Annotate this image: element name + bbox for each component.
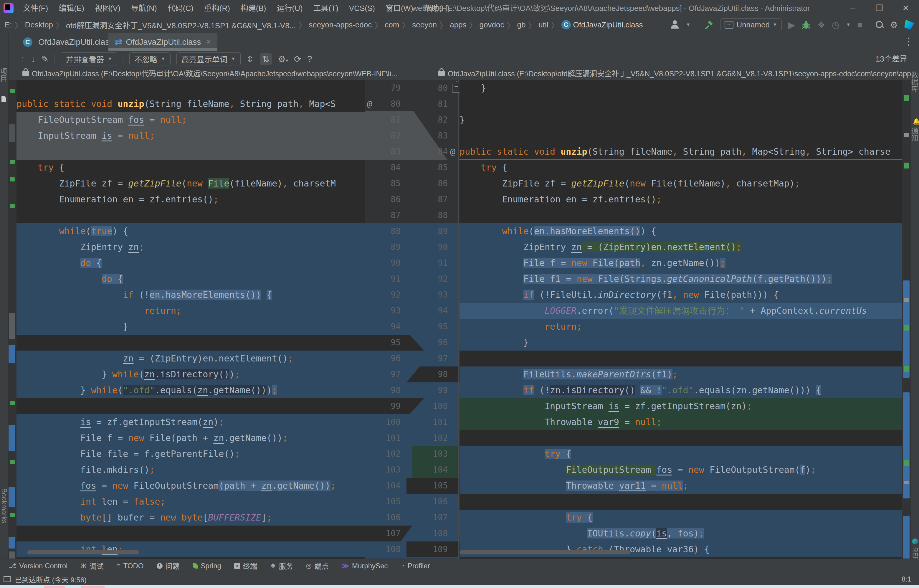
close-button[interactable]: ✕ — [893, 0, 919, 16]
right-scrollbar-stripe[interactable] — [902, 80, 911, 559]
collapse-unchanged-icon[interactable]: ⇳ — [247, 54, 254, 64]
breadcrumb-item[interactable]: util — [538, 20, 548, 29]
whitespace-select[interactable]: 不忽略 ▼ — [129, 52, 171, 65]
toolwin-version-control[interactable]: ⎇Version Control — [9, 562, 68, 570]
help-icon[interactable]: ? — [307, 54, 312, 64]
menu-重构R[interactable]: 重构(R) — [199, 0, 235, 16]
toolwin-todo[interactable]: ≡TODO — [117, 562, 144, 570]
breadcrumb-item[interactable]: E: — [5, 20, 12, 29]
menu-工具T[interactable]: 工具(T) — [308, 0, 344, 16]
breadcrumb-item[interactable]: com — [385, 20, 399, 29]
diff-icon: ⇄ — [115, 37, 122, 47]
menu-代码C[interactable]: 代码(C) — [162, 0, 199, 16]
menu-导航N[interactable]: 导航(N) — [126, 0, 162, 16]
toolwin-debug[interactable]: Ж调试 — [81, 561, 103, 571]
breadcrumb-item[interactable]: seeyon-apps-edoc — [309, 20, 372, 29]
toolwin-services[interactable]: ❖服务 — [270, 561, 293, 571]
viewer-type-select[interactable]: 并排查看器 ▼ — [61, 52, 117, 65]
sync-scroll-icon[interactable]: ⇅ — [260, 53, 272, 65]
breadcrumb-item[interactable]: Desktop — [25, 20, 53, 29]
menu-编辑E[interactable]: 编辑(E) — [53, 0, 90, 16]
menu-视图V[interactable]: 视图(V) — [90, 0, 126, 16]
breadcrumb-item[interactable]: seeyon — [412, 20, 437, 29]
left-line-number: 94 — [371, 319, 401, 334]
right-line-number: 90 — [418, 239, 448, 255]
code-line-87: Enumeration en = zf.entries(); — [460, 192, 902, 207]
settings-gear-icon[interactable]: ⚙ — [890, 20, 898, 30]
right-line-number: 87 — [418, 192, 448, 207]
bell-icon[interactable]: 🔔 — [913, 118, 919, 125]
toolwin-murphysec[interactable]: ≫MurphySec — [342, 562, 388, 570]
toolwin-profiler[interactable]: ◔Profiler — [401, 562, 430, 570]
code-line-89: while(en.hasMoreElements()) { — [460, 223, 902, 239]
breadcrumb-file[interactable]: OfdJavaZipUtil.class — [573, 20, 643, 29]
toolwin-terminal[interactable]: >终端 — [234, 561, 257, 571]
highlight-mode-select[interactable]: 高亮显示单词 ▼ — [176, 52, 241, 65]
whitespace-label: 不忽略 — [134, 53, 157, 65]
run-button[interactable]: ▶ — [788, 20, 795, 30]
breadcrumb-item[interactable]: gb — [517, 20, 525, 29]
class-icon: C — [561, 20, 571, 29]
coverage-icon[interactable]: ❖ — [817, 20, 825, 30]
tool-stripe-database[interactable]: 数据库 — [911, 71, 919, 92]
repl-icon[interactable] — [912, 538, 918, 544]
code-line-86: ZipFile zf = getZipFile(new File(fileNam… — [460, 176, 902, 192]
breadcrumb-item[interactable]: ofd解压漏洞安全补丁_V5&N_V8.0SP2-V8.1SP1 &G6&N_V… — [66, 19, 296, 30]
branch-icon: ⎇ — [9, 562, 16, 570]
search-everywhere-icon[interactable] — [876, 21, 883, 29]
debug-bug-icon[interactable] — [801, 20, 811, 29]
main-toolbar: ▼ Unnamed ▼ ▶ ❖ ◷ ▼ ■ ⚙ — [671, 16, 914, 33]
code-line-103: try { — [460, 446, 902, 462]
menu-构建B[interactable]: 构建(B) — [235, 0, 271, 16]
code-line-88 — [460, 207, 902, 223]
code-line-106 — [460, 494, 902, 510]
diff-settings-gear-icon[interactable]: ⚙▾ — [278, 54, 288, 64]
edit-source-icon[interactable]: ✎ — [41, 54, 48, 64]
user-dropdown-arrow[interactable]: ▼ — [686, 22, 691, 27]
breadcrumb-item[interactable]: apps — [450, 20, 466, 29]
code-line-90: do { — [16, 255, 365, 271]
caret-position[interactable]: 8:1 — [901, 575, 911, 583]
swap-sides-icon[interactable]: ⟳ — [294, 54, 301, 64]
right-line-number: 85 — [418, 160, 448, 176]
toolwin-endpoints[interactable]: ◎端点 — [306, 561, 329, 571]
breadcrumb-item[interactable]: govdoc — [480, 20, 504, 29]
left-code-pane[interactable]: public static void unzip(String fileName… — [16, 80, 365, 559]
horizontal-scrollbar[interactable] — [460, 550, 630, 554]
left-line-number: 102 — [371, 446, 401, 462]
tool-stripe-project[interactable]: 项目 — [0, 68, 8, 82]
user-icon[interactable] — [671, 20, 680, 29]
ide-feature-icon[interactable] — [904, 20, 914, 30]
menu-文件F[interactable]: 文件(F) — [18, 0, 53, 16]
stripe-mark — [10, 513, 15, 517]
toolwin-spring[interactable]: Spring — [193, 562, 221, 570]
left-line-number: 81 — [371, 112, 401, 128]
right-line-number: 81 — [418, 96, 448, 112]
stripe-mark — [10, 204, 15, 208]
window-status-icon[interactable] — [3, 576, 11, 582]
code-line-82: InputStream is = null; — [16, 128, 365, 144]
minimize-button[interactable]: – — [840, 0, 866, 16]
prev-difference-icon[interactable]: ↑ — [21, 54, 25, 64]
menu-VCSS[interactable]: VCS(S) — [344, 0, 380, 16]
run-configuration-select[interactable]: Unnamed ▼ — [720, 18, 782, 31]
close-icon[interactable]: × — [206, 37, 211, 47]
file-icon[interactable] — [2, 96, 6, 102]
profiler-icon[interactable]: ◷ — [832, 20, 840, 30]
tool-stripe-bookmarks[interactable]: Bookmarks — [0, 488, 8, 523]
next-difference-icon[interactable]: ↓ — [31, 54, 36, 64]
bug-icon: Ж — [81, 562, 86, 570]
tool-stripe-notifications[interactable]: 通知 — [911, 127, 919, 141]
stop-button[interactable]: ■ — [857, 20, 862, 30]
code-line-98: FileUtils.makeParentDirs(f1); — [460, 367, 902, 382]
gutter-row: 9495 — [365, 319, 460, 334]
gutter-row: 9394 — [365, 303, 460, 319]
menu-运行U[interactable]: 运行(U) — [271, 0, 308, 16]
horizontal-scrollbar[interactable] — [27, 550, 139, 554]
toolwin-problems[interactable]: !问题 — [157, 561, 180, 571]
maximize-button[interactable]: ❐ — [866, 0, 893, 16]
build-hammer-icon[interactable] — [704, 20, 714, 30]
profiler-dropdown-arrow[interactable]: ▼ — [846, 22, 851, 27]
right-code-pane[interactable]: }}public static void unzip(String fileNa… — [460, 80, 902, 559]
tab-diff-view[interactable]: ⇄ OfdJavaZipUtil.class × — [108, 33, 217, 51]
